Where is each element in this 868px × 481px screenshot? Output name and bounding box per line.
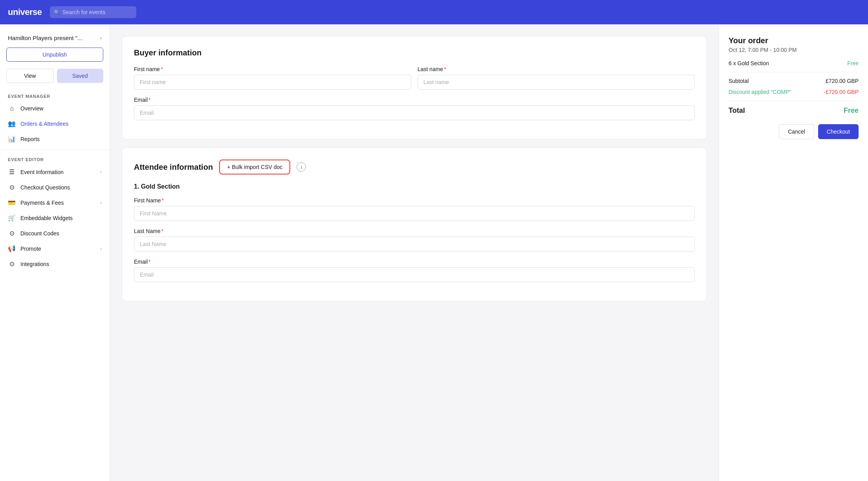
- event-manager-label: EVENT MANAGER: [0, 90, 110, 101]
- search-wrapper: 🔍: [50, 6, 136, 18]
- order-line-item: 6 x Gold Section Free: [729, 60, 859, 66]
- event-editor-label: EVENT EDITOR: [0, 153, 110, 164]
- buyer-information-card: Buyer information First name* Last name*: [122, 36, 707, 140]
- buyer-last-name-label: Last name*: [418, 66, 695, 72]
- buyer-email-input[interactable]: [134, 105, 695, 120]
- discount-label: Discount applied "COMP": [729, 89, 791, 95]
- discount-value: -£720.00 GBP: [824, 89, 859, 95]
- attendee-first-name-label: First Name*: [134, 197, 695, 204]
- attendee-header: Attendee information + Bulk import CSV d…: [134, 160, 695, 174]
- sidebar-item-discount-codes[interactable]: ⊙ Discount Codes: [0, 226, 110, 241]
- discount-codes-label: Discount Codes: [20, 230, 59, 237]
- chevron-right-icon: ›: [100, 169, 102, 175]
- chevron-right-icon: ›: [100, 200, 102, 206]
- subtotal-label: Subtotal: [729, 78, 749, 84]
- subtotal-value: £720.00 GBP: [826, 78, 859, 84]
- embeddable-widgets-label: Embeddable Widgets: [20, 215, 73, 221]
- buyer-email-row: Email*: [134, 97, 695, 120]
- order-actions: Cancel Checkout: [729, 124, 859, 139]
- attendee-last-name-group: Last Name*: [134, 228, 695, 252]
- integrations-label: Integrations: [20, 261, 49, 267]
- sidebar-item-checkout-questions[interactable]: ⊙ Checkout Questions: [0, 180, 110, 195]
- sidebar-item-embeddable-widgets[interactable]: 🛒 Embeddable Widgets: [0, 210, 110, 226]
- search-input[interactable]: [50, 6, 136, 18]
- buyer-name-row: First name* Last name*: [134, 66, 695, 90]
- people-icon: 👥: [8, 120, 16, 127]
- event-title-text: Hamilton Players present "...: [8, 35, 82, 41]
- attendee-last-name-row: Last Name*: [134, 228, 695, 252]
- required-indicator: *: [161, 197, 163, 204]
- chart-icon: 📊: [8, 135, 16, 143]
- attendee-information-card: Attendee information + Bulk import CSV d…: [122, 147, 707, 301]
- promote-icon: 📢: [8, 245, 16, 252]
- sidebar-item-integrations[interactable]: ⊙ Integrations: [0, 256, 110, 272]
- order-title: Your order: [729, 36, 859, 45]
- total-label: Total: [729, 106, 745, 115]
- info-icon[interactable]: i: [297, 162, 306, 172]
- order-line-item-label: 6 x Gold Section: [729, 60, 769, 66]
- top-navigation: universe 🔍: [0, 0, 868, 24]
- order-date: Oct 12, 7:00 PM - 10:00 PM: [729, 47, 859, 53]
- cart-icon: 🛒: [8, 214, 16, 222]
- card-icon: 💳: [8, 199, 16, 206]
- sidebar-item-promote[interactable]: 📢 Promote ›: [0, 241, 110, 256]
- required-indicator: *: [148, 97, 150, 103]
- order-subtotal-row: Subtotal £720.00 GBP: [729, 78, 859, 84]
- event-information-label: Event Information: [20, 169, 64, 175]
- cancel-button[interactable]: Cancel: [779, 124, 814, 139]
- sidebar-item-payments-fees[interactable]: 💳 Payments & Fees ›: [0, 195, 110, 210]
- attendee-info-title: Attendee information: [134, 163, 213, 172]
- attendee-first-name-input[interactable]: [134, 206, 695, 221]
- sidebar-action-buttons: Unpublish: [0, 48, 110, 69]
- order-discount-row: Discount applied "COMP" -£720.00 GBP: [729, 89, 859, 95]
- sidebar-event-title[interactable]: Hamilton Players present "... ›: [0, 31, 110, 48]
- buyer-first-name-group: First name*: [134, 66, 411, 90]
- checkout-button[interactable]: Checkout: [818, 124, 859, 139]
- main-layout: Hamilton Players present "... › Unpublis…: [0, 24, 868, 481]
- required-indicator: *: [444, 66, 446, 72]
- order-total-row: Total Free: [729, 106, 859, 115]
- sidebar-item-reports[interactable]: 📊 Reports: [0, 131, 110, 147]
- attendee-email-group: Email*: [134, 259, 695, 282]
- required-indicator: *: [161, 66, 163, 72]
- required-indicator: *: [148, 259, 150, 265]
- buyer-info-title: Buyer information: [134, 48, 695, 57]
- total-value: Free: [844, 106, 859, 115]
- chevron-right-icon: ›: [100, 246, 102, 252]
- attendee-last-name-label: Last Name*: [134, 228, 695, 234]
- bulk-import-button[interactable]: + Bulk import CSV doc: [219, 160, 290, 174]
- attendee-email-label: Email*: [134, 259, 695, 265]
- attendee-first-name-row: First Name*: [134, 197, 695, 221]
- buyer-last-name-group: Last name*: [418, 66, 695, 90]
- buyer-email-group: Email*: [134, 97, 695, 120]
- required-indicator: *: [161, 228, 163, 234]
- unpublish-button[interactable]: Unpublish: [6, 48, 103, 62]
- main-content: Buyer information First name* Last name*: [110, 24, 719, 481]
- home-icon: ⌂: [8, 105, 16, 112]
- buyer-first-name-input[interactable]: [134, 75, 411, 90]
- checkout-questions-label: Checkout Questions: [20, 184, 70, 191]
- logo: universe: [8, 7, 42, 17]
- view-button[interactable]: View: [6, 69, 54, 83]
- chevron-right-icon: ›: [100, 35, 102, 41]
- buyer-first-name-label: First name*: [134, 66, 411, 72]
- saved-button[interactable]: Saved: [57, 69, 104, 83]
- buyer-last-name-input[interactable]: [418, 75, 695, 90]
- attendee-last-name-input[interactable]: [134, 237, 695, 252]
- payments-fees-label: Payments & Fees: [20, 200, 64, 206]
- orders-attendees-label: Orders & Attendees: [20, 121, 68, 127]
- order-line-item-value: Free: [847, 60, 859, 66]
- sidebar-item-orders-attendees[interactable]: 👥 Orders & Attendees: [0, 116, 110, 131]
- buyer-email-label: Email*: [134, 97, 695, 103]
- search-icon: 🔍: [54, 9, 60, 15]
- promote-label: Promote: [20, 246, 41, 252]
- discount-icon: ⊙: [8, 229, 16, 237]
- sidebar: Hamilton Players present "... › Unpublis…: [0, 24, 110, 481]
- sidebar-view-saved-buttons: View Saved: [0, 69, 110, 90]
- sidebar-item-event-information[interactable]: ☰ Event Information ›: [0, 164, 110, 180]
- list-icon: ☰: [8, 168, 16, 176]
- sidebar-item-overview[interactable]: ⌂ Overview: [0, 101, 110, 116]
- order-panel: Your order Oct 12, 7:00 PM - 10:00 PM 6 …: [719, 24, 868, 481]
- gold-section-label: 1. Gold Section: [134, 183, 695, 190]
- attendee-email-input[interactable]: [134, 267, 695, 282]
